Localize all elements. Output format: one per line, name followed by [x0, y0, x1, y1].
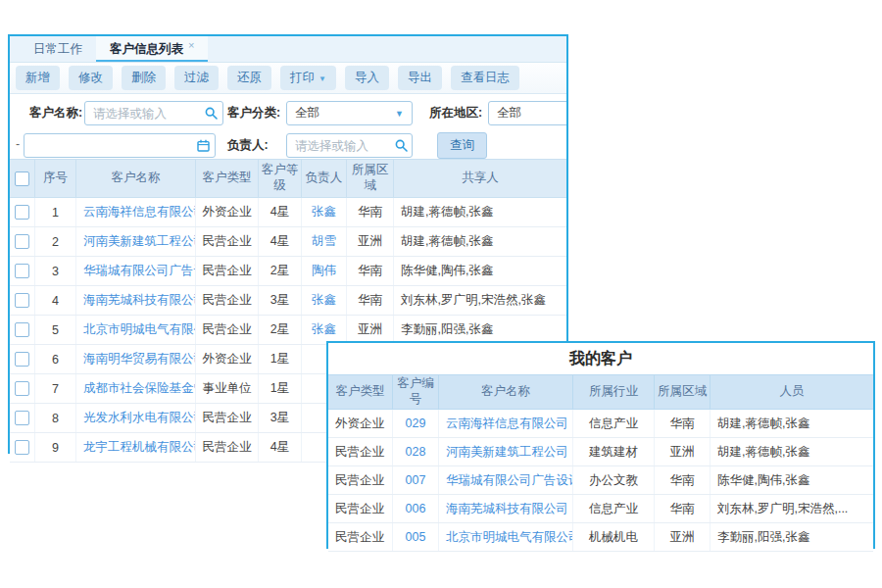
- cell-no[interactable]: 007: [393, 466, 439, 494]
- toolbar-button-import[interactable]: 导入: [345, 66, 389, 90]
- header-region[interactable]: 所属区域: [655, 375, 710, 409]
- row-checkbox-cell: [10, 433, 35, 462]
- row-checkbox[interactable]: [15, 352, 29, 367]
- cell-level: 4星: [259, 227, 302, 256]
- search-icon[interactable]: [395, 139, 408, 152]
- header-shared[interactable]: 共享人: [394, 160, 566, 197]
- cell-type: 民营企业: [196, 433, 259, 462]
- header-industry[interactable]: 所属行业: [573, 375, 655, 409]
- table-row[interactable]: 1云南海祥信息有限公司外资企业4星张鑫华南胡建,蒋德帧,张鑫: [10, 198, 566, 227]
- table-header-row: 客户类型客户编号客户名称所属行业所属区域人员: [328, 374, 873, 410]
- toolbar-button-add[interactable]: 新增: [16, 66, 60, 90]
- table-row[interactable]: 3华瑞城有限公司广告设计部民营企业2星陶伟华南陈华健,陶伟,张鑫: [10, 257, 566, 286]
- tab-daily-work[interactable]: 日常工作: [20, 36, 96, 62]
- table-row[interactable]: 2河南美新建筑工程公司民营企业4星胡雪亚洲胡建,蒋德帧,张鑫: [10, 227, 566, 257]
- header-name[interactable]: 客户名称: [439, 375, 573, 409]
- cell-type: 民营企业: [196, 404, 259, 432]
- toolbar-button-export[interactable]: 导出: [398, 66, 442, 90]
- cell-level: 4星: [259, 198, 302, 226]
- cell-name[interactable]: 海南明华贸易有限公司: [76, 345, 196, 373]
- owner-input[interactable]: [286, 133, 413, 158]
- table-row[interactable]: 民营企业006海南芜城科技有限公司信息产业华南刘东林,罗广明,宋浩然,...: [328, 495, 873, 523]
- cell-name[interactable]: 华瑞城有限公司广告设计部: [439, 466, 573, 494]
- row-checkbox-cell: [10, 316, 35, 344]
- my-customers-panel: 我的客户 客户类型客户编号客户名称所属行业所属区域人员外资企业029云南海祥信息…: [326, 341, 875, 549]
- cell-owner[interactable]: 张鑫: [302, 198, 347, 226]
- cell-name[interactable]: 海南芜城科技有限公司: [439, 495, 573, 522]
- cell-owner[interactable]: 陶伟: [302, 257, 347, 285]
- cell-name[interactable]: 北京市明城电气有限公司: [76, 316, 196, 344]
- cell-level: 3星: [259, 286, 302, 315]
- cell-name[interactable]: 海南芜城科技有限公司: [76, 286, 196, 315]
- search-icon[interactable]: [205, 107, 218, 120]
- header-staff[interactable]: 人员: [710, 375, 873, 409]
- header-owner[interactable]: 负责人: [302, 160, 347, 197]
- cell-region: 华南: [347, 286, 394, 315]
- date-input[interactable]: [24, 133, 216, 158]
- customer-category-select[interactable]: 全部 ▼: [286, 101, 413, 125]
- table-row[interactable]: 民营企业028河南美新建筑工程公司建筑建材亚洲胡建,蒋德帧,张鑫: [328, 438, 873, 466]
- cell-name[interactable]: 河南美新建筑工程公司: [439, 438, 573, 466]
- header-type[interactable]: 客户类型: [328, 375, 393, 409]
- cell-shared: 陈华健,陶伟,张鑫: [394, 257, 566, 285]
- header-type[interactable]: 客户类型: [196, 160, 259, 197]
- cell-name[interactable]: 北京市明城电气有限公司: [439, 523, 573, 551]
- row-checkbox[interactable]: [15, 411, 29, 425]
- table-row[interactable]: 民营企业005北京市明城电气有限公司机械机电亚洲李勤丽,阳强,张鑫: [328, 523, 873, 552]
- chevron-down-icon: ▼: [318, 74, 326, 83]
- cell-name[interactable]: 光发水利水电有限公司: [76, 404, 196, 432]
- header-name[interactable]: 客户名称: [76, 160, 196, 197]
- toolbar-button-restore[interactable]: 还原: [227, 66, 271, 90]
- row-checkbox[interactable]: [15, 440, 29, 455]
- tab-customer-list[interactable]: 客户信息列表 ×: [96, 36, 208, 62]
- row-checkbox[interactable]: [15, 234, 29, 249]
- header-level[interactable]: 客户等级: [259, 160, 302, 197]
- cell-no: 9: [35, 433, 76, 462]
- header-no[interactable]: 客户编号: [393, 375, 439, 409]
- customer-name-input[interactable]: [84, 101, 223, 125]
- close-icon[interactable]: ×: [188, 39, 194, 51]
- cell-name[interactable]: 云南海祥信息有限公司: [439, 410, 573, 437]
- cell-owner[interactable]: 胡雪: [302, 227, 347, 256]
- cell-no: 2: [35, 227, 76, 256]
- header-region[interactable]: 所属区域: [347, 160, 394, 197]
- table-row[interactable]: 4海南芜城科技有限公司民营企业3星张鑫华南刘东林,罗广明,宋浩然,张鑫: [10, 286, 566, 316]
- cell-level: 2星: [259, 316, 302, 344]
- region-filter-select[interactable]: 全部: [488, 101, 566, 125]
- table-row[interactable]: 民营企业007华瑞城有限公司广告设计部办公文教华南陈华健,陶伟,张鑫: [328, 466, 873, 495]
- toolbar-button-view-log[interactable]: 查看日志: [451, 66, 519, 90]
- header-no[interactable]: 序号: [35, 160, 76, 197]
- cell-region: 华南: [655, 495, 710, 522]
- cell-no[interactable]: 028: [393, 438, 439, 466]
- cell-name[interactable]: 河南美新建筑工程公司: [76, 227, 196, 256]
- cell-name[interactable]: 云南海祥信息有限公司: [76, 198, 196, 226]
- cell-level: 3星: [259, 404, 302, 432]
- row-checkbox[interactable]: [15, 205, 29, 220]
- cell-no: 8: [35, 404, 76, 432]
- owner-filter-label: 负责人:: [227, 137, 269, 154]
- row-checkbox[interactable]: [15, 293, 29, 308]
- cell-name[interactable]: 成都市社会保险基金管理...: [76, 374, 196, 403]
- toolbar-button-print[interactable]: 打印▼: [280, 66, 336, 90]
- cell-no[interactable]: 006: [393, 495, 439, 522]
- query-button[interactable]: 查询: [437, 132, 487, 159]
- select-all-checkbox[interactable]: [15, 172, 29, 186]
- row-checkbox[interactable]: [15, 381, 29, 396]
- cell-industry: 信息产业: [573, 410, 655, 437]
- tab-bar: 日常工作 客户信息列表 ×: [10, 36, 566, 63]
- cell-no[interactable]: 005: [393, 523, 439, 551]
- cell-region: 华南: [347, 198, 394, 226]
- cell-owner[interactable]: 张鑫: [302, 316, 347, 344]
- toolbar-button-edit[interactable]: 修改: [69, 66, 113, 90]
- cell-owner[interactable]: 张鑫: [302, 286, 347, 315]
- cell-no: 4: [35, 286, 76, 315]
- calendar-icon[interactable]: [197, 139, 210, 152]
- cell-no[interactable]: 029: [393, 410, 439, 437]
- toolbar-button-filter[interactable]: 过滤: [174, 66, 219, 90]
- cell-name[interactable]: 龙宇工程机械有限公司: [76, 433, 196, 462]
- table-row[interactable]: 外资企业029云南海祥信息有限公司信息产业华南胡建,蒋德帧,张鑫: [328, 410, 873, 438]
- row-checkbox[interactable]: [15, 264, 29, 278]
- cell-name[interactable]: 华瑞城有限公司广告设计部: [76, 257, 196, 285]
- row-checkbox[interactable]: [15, 322, 29, 337]
- toolbar-button-delete[interactable]: 删除: [122, 66, 166, 90]
